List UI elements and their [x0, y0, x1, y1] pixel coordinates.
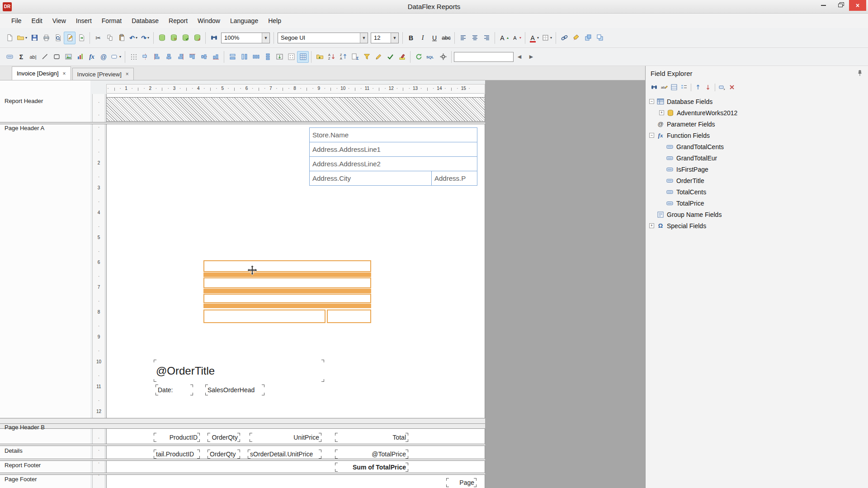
table-band[interactable]	[203, 272, 371, 277]
open-report-button[interactable]: ▾	[15, 32, 28, 44]
section-divider[interactable]	[0, 473, 485, 475]
bring-forward-button[interactable]	[582, 32, 594, 44]
field-sales-order-number[interactable]: SalesOrderHead	[205, 385, 264, 395]
database-expert-button[interactable]	[156, 32, 168, 44]
refresh-data-button[interactable]	[191, 32, 203, 44]
minimize-button[interactable]	[815, 0, 832, 11]
bold-button[interactable]: B	[405, 32, 417, 44]
field-detail-unit-price[interactable]: sOrderDetail.UnitPrice	[248, 450, 321, 459]
format-painter-button[interactable]	[570, 32, 582, 44]
menu-language[interactable]: Language	[225, 17, 263, 24]
dropdown-arrow-icon[interactable]: ▼	[262, 33, 269, 43]
insert-summary-button[interactable]: Σ	[15, 51, 27, 63]
menu-file[interactable]: File	[6, 17, 27, 24]
table-band[interactable]	[203, 304, 371, 308]
search-previous-button[interactable]: ◀	[514, 51, 525, 63]
align-center-button[interactable]	[469, 32, 481, 44]
tree-item-adventureworks2012[interactable]: + AdventureWorks2012	[646, 107, 868, 118]
column-unit-price[interactable]: UnitPrice	[250, 433, 321, 442]
table-band[interactable]	[203, 289, 371, 293]
same-width-button[interactable]	[226, 51, 238, 63]
show-grid-button[interactable]	[297, 51, 309, 63]
collapse-icon[interactable]: −	[649, 133, 654, 138]
font-color-button[interactable]: A▾	[528, 32, 540, 44]
pin-icon[interactable]	[856, 70, 863, 77]
section-label-page-footer[interactable]: Page Footer	[5, 476, 37, 483]
insert-parameter-button[interactable]: @	[98, 51, 109, 63]
field-address-line1[interactable]: Address.AddressLine1	[309, 142, 477, 157]
underline-button[interactable]: U	[429, 32, 440, 44]
align-bottoms-button[interactable]	[210, 51, 222, 63]
field-sum-total-price[interactable]: Sum of TotalPrice	[335, 463, 408, 472]
insert-hyperlink-button[interactable]	[558, 32, 570, 44]
shrink-font-button[interactable]: A▾	[510, 32, 523, 44]
insert-text-object-button[interactable]: ab|	[27, 51, 39, 63]
align-right-button[interactable]	[481, 32, 492, 44]
expand-icon[interactable]: +	[659, 110, 664, 115]
table-cell[interactable]	[203, 310, 326, 323]
insert-box-button[interactable]	[51, 51, 62, 63]
verify-database-button[interactable]	[179, 32, 191, 44]
menu-edit[interactable]: Edit	[27, 17, 47, 24]
show-field-names-button[interactable]: ab	[659, 82, 669, 92]
space-down-button[interactable]	[262, 51, 274, 63]
send-backward-button[interactable]	[594, 32, 605, 44]
dropdown-arrow-icon[interactable]: ▼	[391, 33, 398, 43]
tree-item-grandtotalcents[interactable]: GrandTotalCents	[646, 141, 868, 152]
field-store-name[interactable]: Store.Name	[309, 127, 477, 142]
field-date-label[interactable]: Date:	[156, 385, 193, 395]
design-view-button[interactable]	[64, 32, 75, 44]
align-tops-button[interactable]	[186, 51, 198, 63]
section-label-report-header[interactable]: Report Header	[5, 98, 43, 104]
find-field-button[interactable]	[649, 82, 659, 92]
menu-help[interactable]: Help	[263, 17, 286, 24]
menu-insert[interactable]: Insert	[71, 17, 97, 24]
report-header-band[interactable]	[107, 97, 485, 122]
borders-button[interactable]: ▾	[540, 32, 553, 44]
select-expert-button[interactable]	[361, 51, 373, 63]
check-report-button[interactable]	[384, 51, 396, 63]
table-row[interactable]	[203, 277, 371, 288]
table-row[interactable]	[203, 260, 371, 272]
record-sort-button[interactable]: AZ	[326, 51, 337, 63]
close-button[interactable]: ×	[849, 0, 866, 11]
font-size-combobox[interactable]: 12 ▼	[371, 33, 399, 43]
insert-chart-button[interactable]	[74, 51, 86, 63]
section-divider[interactable]	[0, 444, 485, 446]
field-address-city[interactable]: Address.City	[309, 171, 432, 186]
print-preview-button[interactable]	[52, 32, 64, 44]
group-sort-button[interactable]: ZA	[337, 51, 349, 63]
tab-invoice-design[interactable]: Invoice [Design] ×	[12, 66, 71, 80]
grow-font-button[interactable]: A▴	[497, 32, 510, 44]
same-height-button[interactable]	[238, 51, 250, 63]
align-rights-button[interactable]	[175, 51, 186, 63]
italic-button[interactable]: I	[417, 32, 429, 44]
align-lefts-button[interactable]	[151, 51, 163, 63]
table-row[interactable]	[203, 294, 371, 303]
report-options-button[interactable]	[437, 51, 449, 63]
tab-close-icon[interactable]: ×	[63, 70, 66, 77]
tab-close-icon[interactable]: ×	[126, 71, 129, 77]
tree-item-totalprice[interactable]: TotalPrice	[646, 197, 868, 209]
highlighting-expert-button[interactable]	[396, 51, 408, 63]
insert-picture-button[interactable]	[62, 51, 74, 63]
field-page-number[interactable]: Page	[446, 478, 476, 487]
tree-item-isfirstpage[interactable]: IsFirstPage	[646, 164, 868, 175]
horizontal-ruler[interactable]: ··1··2··3··4··5··6··7··8··9··10··11··12·…	[106, 84, 485, 94]
field-address-postal[interactable]: Address.P	[431, 171, 477, 186]
show-sql-button[interactable]: SQL	[425, 51, 437, 63]
insert-function-button[interactable]: fx	[86, 51, 98, 63]
field-address-line2[interactable]: Address.AddressLine2	[309, 156, 477, 171]
align-left-button[interactable]	[457, 32, 469, 44]
field-detail-total[interactable]: @TotalPrice	[335, 450, 408, 459]
save-button[interactable]	[28, 32, 40, 44]
strikethrough-button[interactable]: abc	[440, 32, 452, 44]
export-button[interactable]	[75, 32, 87, 44]
restore-button[interactable]	[832, 0, 849, 11]
vertical-ruler[interactable]: 23456789101112····················	[92, 94, 105, 488]
insert-field-to-report-button[interactable]	[717, 82, 727, 92]
align-middles-button[interactable]	[198, 51, 210, 63]
section-divider[interactable]	[0, 459, 485, 461]
field-detail-order-qty[interactable]: OrderQty	[208, 450, 240, 459]
zoom-combobox[interactable]: 100% ▼	[221, 33, 270, 43]
